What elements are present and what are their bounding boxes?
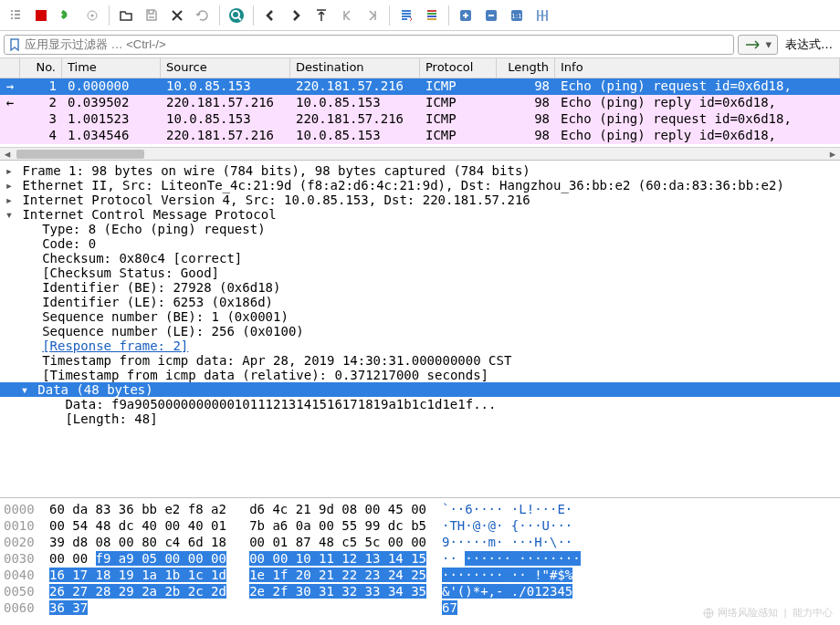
first-icon (335, 4, 359, 27)
hex-row[interactable]: 000060 da 83 36 bb e2 f8 a2 d6 4c 21 9d … (4, 501, 836, 517)
colorize-icon[interactable] (420, 4, 444, 27)
packet-list-hscrollbar[interactable]: ◂ ▸ (0, 147, 840, 160)
hex-row[interactable]: 003000 00 f9 a9 05 00 00 00 00 00 10 11 … (4, 550, 836, 567)
zoom-out-icon[interactable] (479, 4, 503, 27)
detail-frame[interactable]: ▸ Frame 1: 98 bytes on wire (784 bits), … (0, 163, 840, 178)
packet-row[interactable]: ←20.039502220.181.57.21610.0.85.153ICMP9… (0, 95, 840, 111)
zoom-in-icon[interactable] (454, 4, 478, 27)
save-icon (140, 4, 163, 27)
list-icon (4, 4, 27, 27)
hex-row[interactable]: 004016 17 18 19 1a 1b 1c 1d 1e 1f 20 21 … (4, 567, 836, 583)
hex-row[interactable]: 005026 27 28 29 2a 2b 2c 2d 2e 2f 30 31 … (4, 583, 836, 599)
detail-ip[interactable]: ▸ Internet Protocol Version 4, Src: 10.0… (0, 193, 840, 207)
detail-icmp[interactable]: ▾ Internet Control Message Protocol (0, 207, 840, 222)
close-icon[interactable] (165, 4, 189, 27)
expression-button[interactable]: 表达式… (782, 36, 836, 53)
detail-icmp-type[interactable]: Type: 8 (Echo (ping) request) (0, 222, 840, 236)
hex-row[interactable]: 002039 d8 08 00 80 c4 6d 18 00 01 87 48 … (4, 534, 836, 550)
detail-timestamp[interactable]: Timestamp from icmp data: Apr 28, 2019 1… (0, 353, 840, 368)
chevron-right-icon[interactable]: ▸ (4, 163, 15, 178)
display-filter-input[interactable] (25, 37, 730, 51)
svg-rect-0 (36, 10, 47, 21)
detail-data-bytes[interactable]: Data: f9a9050000000000101112131415161718… (0, 397, 840, 411)
chevron-down-icon[interactable]: ▾ (19, 382, 30, 397)
detail-icmp-id-le[interactable]: Identifier (LE): 6253 (0x186d) (0, 295, 840, 309)
column-destination[interactable]: Destination (290, 58, 420, 78)
arrow-right-long-icon (744, 39, 762, 50)
filter-apply-button[interactable]: ▾ (738, 35, 778, 55)
chevron-right-icon[interactable]: ▸ (4, 193, 15, 207)
svg-point-2 (91, 14, 94, 16)
packet-row[interactable]: →10.00000010.0.85.153220.181.57.216ICMP9… (0, 78, 840, 95)
packet-list-header[interactable]: No. Time Source Destination Protocol Len… (0, 58, 840, 78)
display-filter-input-wrap[interactable] (4, 35, 734, 55)
bookmark-icon (8, 38, 21, 51)
packet-row[interactable]: 31.00152310.0.85.153220.181.57.216ICMP98… (0, 111, 840, 128)
last-icon (361, 4, 384, 27)
column-length[interactable]: Length (497, 58, 555, 78)
reload-icon (191, 4, 215, 27)
stop-icon[interactable] (29, 4, 53, 27)
chevron-right-icon[interactable]: ▸ (4, 178, 15, 193)
open-icon[interactable] (114, 4, 138, 27)
watermark: 网络风险感知 | 能力中心 (703, 606, 833, 620)
detail-response-frame[interactable]: [Response frame: 2] (0, 339, 840, 353)
autoscroll-icon[interactable] (394, 4, 418, 27)
zoom100-icon[interactable]: 1:1 (505, 4, 529, 27)
packet-details-pane[interactable]: ▸ Frame 1: 98 bytes on wire (784 bits), … (0, 161, 840, 498)
scroll-thumb[interactable] (16, 150, 144, 159)
svg-point-3 (232, 11, 239, 18)
jump-icon[interactable] (310, 4, 333, 27)
detail-data-header[interactable]: ▾ Data (48 bytes) (0, 382, 840, 397)
column-info[interactable]: Info (555, 58, 840, 78)
find-icon[interactable] (225, 4, 248, 27)
scroll-left-icon[interactable]: ◂ (0, 148, 15, 161)
detail-icmp-checksum[interactable]: Checksum: 0x80c4 [correct] (0, 251, 840, 266)
detail-icmp-checksum-status[interactable]: [Checksum Status: Good] (0, 266, 840, 280)
packet-list-pane: No. Time Source Destination Protocol Len… (0, 58, 840, 161)
detail-icmp-code[interactable]: Code: 0 (0, 236, 840, 251)
hex-row[interactable]: 001000 54 48 dc 40 00 40 01 7b a6 0a 00 … (4, 517, 836, 534)
detail-timestamp-rel[interactable]: [Timestamp from icmp data (relative): 0.… (0, 368, 840, 382)
column-source[interactable]: Source (161, 58, 290, 78)
detail-icmp-id-be[interactable]: Identifier (BE): 27928 (0x6d18) (0, 280, 840, 295)
svg-text:1:1: 1:1 (511, 13, 521, 20)
main-toolbar: 1:1 (0, 0, 840, 31)
detail-data-length[interactable]: [Length: 48] (0, 411, 840, 426)
packet-list-body[interactable]: →10.00000010.0.85.153220.181.57.216ICMP9… (0, 78, 840, 147)
column-protocol[interactable]: Protocol (420, 58, 497, 78)
column-no[interactable]: No. (20, 58, 62, 78)
forward-icon[interactable] (284, 4, 308, 27)
packet-bytes-pane[interactable]: 000060 da 83 36 bb e2 f8 a2 d6 4c 21 9d … (0, 498, 840, 619)
restart-icon[interactable] (55, 4, 79, 27)
filter-bar: ▾ 表达式… (0, 31, 840, 58)
detail-icmp-seq-be[interactable]: Sequence number (BE): 1 (0x0001) (0, 309, 840, 324)
packet-row[interactable]: 41.034546220.181.57.21610.0.85.153ICMP98… (0, 128, 840, 144)
resize-columns-icon[interactable] (530, 4, 554, 27)
column-time[interactable]: Time (62, 58, 161, 78)
back-icon[interactable] (258, 4, 282, 27)
globe-icon (703, 608, 714, 619)
options-icon (80, 4, 104, 27)
scroll-right-icon[interactable]: ▸ (825, 148, 840, 161)
detail-ethernet[interactable]: ▸ Ethernet II, Src: LiteonTe_4c:21:9d (f… (0, 178, 840, 193)
chevron-down-icon[interactable]: ▾ (4, 207, 15, 222)
detail-icmp-seq-le[interactable]: Sequence number (LE): 256 (0x0100) (0, 324, 840, 339)
response-frame-link[interactable]: [Response frame: 2] (42, 339, 188, 353)
